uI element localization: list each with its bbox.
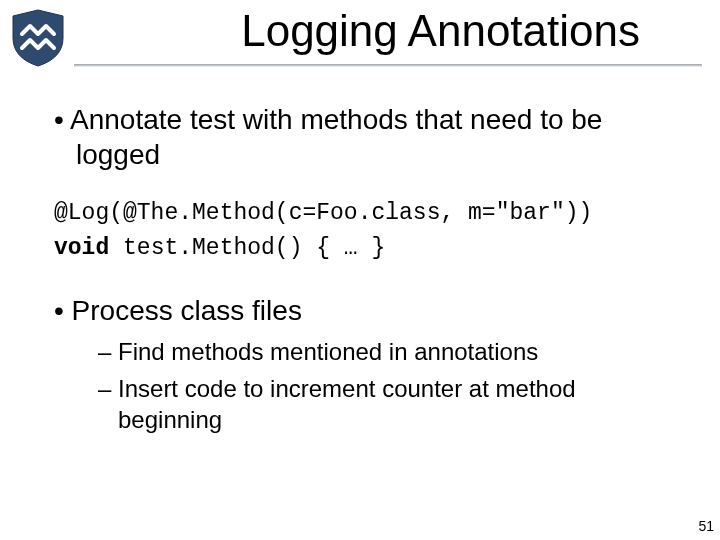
subbullet-insert: Insert code to increment counter at meth… bbox=[40, 373, 680, 435]
code-line-1: @Log(@The.Method(c=Foo.class, m="bar")) bbox=[54, 200, 592, 226]
code-line-2-rest: test.Method() { … } bbox=[109, 235, 385, 261]
slide-header: Logging Annotations bbox=[0, 0, 720, 72]
bullet-process: Process class files bbox=[40, 293, 680, 328]
shield-logo-icon bbox=[8, 8, 68, 68]
slide-body: Annotate test with methods that need to … bbox=[0, 90, 720, 540]
page-number: 51 bbox=[698, 518, 714, 534]
code-block: @Log(@The.Method(c=Foo.class, m="bar")) … bbox=[54, 196, 680, 265]
subbullet-find: Find methods mentioned in annotations bbox=[40, 336, 680, 367]
bullet-annotate: Annotate test with methods that need to … bbox=[40, 102, 680, 172]
code-keyword-void: void bbox=[54, 235, 109, 261]
title-underline bbox=[74, 64, 702, 66]
slide-title: Logging Annotations bbox=[150, 6, 700, 56]
